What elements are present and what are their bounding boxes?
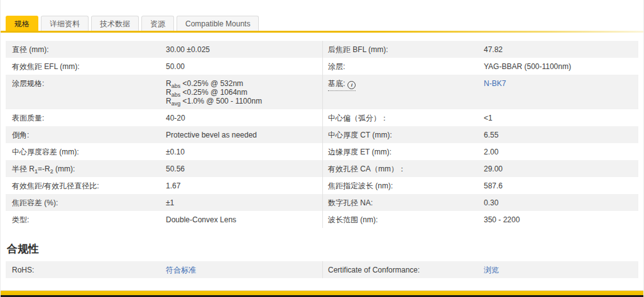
compliance-label-coc: Certificate of Conformance: (322, 261, 484, 278)
spec-label-diameter: 直径 (mm): (6, 41, 166, 58)
tab-details[interactable]: 详细资料 (41, 16, 89, 31)
spec-label-type: 类型: (6, 211, 166, 228)
spec-label-coating: 涂层: (322, 58, 484, 75)
coating-spec-line: Rabs <0.25% @ 1064nm (166, 88, 322, 97)
spec-value-design-wavelength: 587.6 (484, 177, 638, 194)
compliance-heading: 合规性 (7, 242, 643, 256)
spec-value-et: 2.00 (484, 143, 638, 160)
spec-tab-bar: 规格 详细资料 技术数据 资源 Compatible Mounts (1, 0, 643, 31)
table-row: 直径 (mm): 30.00 ±0.025 后焦距 BFL (mm): 47.8… (6, 41, 638, 58)
spec-label-substrate: 基底:i (322, 75, 484, 109)
spec-value-ct-tolerance: ±0.10 (166, 143, 322, 160)
substrate-tooltip-label[interactable]: 基底:i (328, 79, 356, 91)
tab-compatible-mounts[interactable]: Compatible Mounts (177, 16, 259, 31)
rohs-compliant-link[interactable]: 符合标准 (166, 266, 196, 274)
table-row: 中心厚度容差 (mm): ±0.10 边缘厚度 ET (mm): 2.00 (6, 143, 638, 160)
substrate-link[interactable]: N-BK7 (484, 79, 506, 88)
table-row: 半径 R1=-R2 (mm): 50.56 有效孔径 CA（mm）： 29.00 (6, 160, 638, 177)
compliance-value-coc: 浏览 (484, 261, 638, 278)
spec-value-na: 0.30 (484, 194, 638, 211)
page-footer (1, 290, 643, 297)
spec-value-wavelength-range: 350 - 2200 (484, 211, 638, 228)
spec-label-clear-aperture: 有效孔径 CA（mm）： (322, 160, 484, 177)
spec-value-substrate: N-BK7 (484, 75, 638, 109)
spec-label-wavelength-range: 波长范围 (nm): (322, 211, 484, 228)
spec-value-coating-specs: Rabs <0.25% @ 532nm Rabs <0.25% @ 1064nm… (166, 75, 322, 109)
coating-spec-line: Rabs <0.25% @ 532nm (166, 79, 322, 88)
spec-value-centering: <1 (484, 109, 638, 126)
spec-label-efl: 有效焦距 EFL (mm): (6, 58, 166, 75)
tab-technical-data[interactable]: 技术数据 (91, 16, 139, 31)
table-row: RoHS: 符合标准 Certificate of Conformance: 浏… (6, 261, 638, 278)
table-row: 表面质量: 40-20 中心偏（弧分）： <1 (6, 109, 638, 126)
spec-label-focal-tolerance: 焦距容差 (%): (6, 194, 166, 211)
spec-table: 直径 (mm): 30.00 ±0.025 后焦距 BFL (mm): 47.8… (6, 41, 638, 228)
table-row: 涂层规格: Rabs <0.25% @ 532nm Rabs <0.25% @ … (6, 75, 638, 109)
spec-label-ct: 中心厚度 CT (mm): (322, 126, 484, 143)
spec-value-type: Double-Convex Lens (166, 211, 322, 228)
tab-accent-underline (1, 31, 643, 33)
table-row: 焦距容差 (%): ±1 数字孔径 NA: 0.30 (6, 194, 638, 211)
footer-yellow-bar (1, 291, 643, 295)
spec-value-radius: 50.56 (166, 160, 322, 177)
tab-specs[interactable]: 规格 (6, 16, 38, 31)
coating-spec-line: Ravg <1.0% @ 500 - 1100nm (166, 97, 322, 105)
compliance-value-rohs: 符合标准 (166, 261, 322, 278)
spec-label-bfl: 后焦距 BFL (mm): (322, 41, 484, 58)
spec-label-bevel: 倒角: (6, 126, 166, 143)
compliance-label-rohs: RoHS: (6, 261, 166, 278)
spec-label-radius: 半径 R1=-R2 (mm): (6, 160, 166, 177)
spec-label-centering: 中心偏（弧分）： (322, 109, 484, 126)
table-row: 有效焦距 EFL (mm): 50.00 涂层: YAG-BBAR (500-1… (6, 58, 638, 75)
spec-value-efl: 50.00 (166, 58, 322, 75)
coc-view-link[interactable]: 浏览 (484, 266, 499, 274)
spec-label-fnumber: 有效焦距/有效孔径直径比: (6, 177, 166, 194)
spec-label-design-wavelength: 焦距指定波长 (nm): (322, 177, 484, 194)
table-row: 类型: Double-Convex Lens 波长范围 (nm): 350 - … (6, 211, 638, 228)
spec-value-diameter: 30.00 ±0.025 (166, 41, 322, 58)
spec-label-na: 数字孔径 NA: (322, 194, 484, 211)
info-icon[interactable]: i (347, 81, 356, 89)
table-row: 有效焦距/有效孔径直径比: 1.67 焦距指定波长 (nm): 587.6 (6, 177, 638, 194)
spec-value-clear-aperture: 29.00 (484, 160, 638, 177)
product-spec-page: 规格 详细资料 技术数据 资源 Compatible Mounts 直径 (mm… (0, 0, 644, 297)
spec-value-coating: YAG-BBAR (500-1100nm) (484, 58, 638, 75)
tab-resources[interactable]: 资源 (141, 16, 174, 31)
table-row: 倒角: Protective bevel as needed 中心厚度 CT (… (6, 126, 638, 143)
spec-label-surface-quality: 表面质量: (6, 109, 166, 126)
spec-label-coating-specs: 涂层规格: (6, 75, 166, 109)
spec-value-ct: 6.55 (484, 126, 638, 143)
spec-value-bevel: Protective bevel as needed (166, 126, 322, 143)
spec-value-bfl: 47.82 (484, 41, 638, 58)
spec-label-et: 边缘厚度 ET (mm): (322, 143, 484, 160)
spec-label-ct-tolerance: 中心厚度容差 (mm): (6, 143, 166, 160)
spec-value-fnumber: 1.67 (166, 177, 322, 194)
spec-value-surface-quality: 40-20 (166, 109, 322, 126)
compliance-table: RoHS: 符合标准 Certificate of Conformance: 浏… (6, 261, 638, 278)
spec-value-focal-tolerance: ±1 (166, 194, 322, 211)
